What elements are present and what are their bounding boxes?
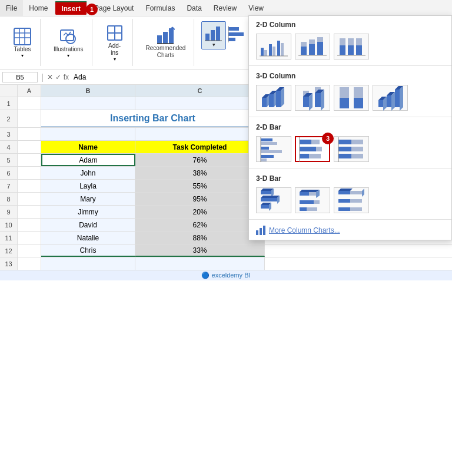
cell-c11-88[interactable]: 88% xyxy=(135,232,265,244)
cell-a5[interactable] xyxy=(18,154,41,166)
column-chart-button[interactable]: ▾ xyxy=(201,21,226,49)
menu-formulas[interactable]: Formulas xyxy=(139,0,181,16)
chart-col3d-clustered[interactable] xyxy=(256,85,291,111)
col-header-c[interactable]: C xyxy=(135,85,265,97)
cell-c1[interactable] xyxy=(135,97,265,110)
cell-a13[interactable] xyxy=(18,257,41,270)
cell-a8[interactable] xyxy=(18,193,41,205)
chart-col-clustered[interactable] xyxy=(256,34,291,60)
cell-b10-david[interactable]: David xyxy=(41,219,135,231)
cell-a10[interactable] xyxy=(18,219,41,231)
cell-c7-55[interactable]: 55% xyxy=(135,180,265,192)
function-icon[interactable]: fx xyxy=(64,73,69,81)
column-chart-label: ▾ xyxy=(212,42,215,48)
cell-a11[interactable] xyxy=(18,232,41,244)
cell-b4-name-header[interactable]: Name xyxy=(41,141,135,153)
more-column-charts-link[interactable]: More Column Charts... xyxy=(249,221,451,240)
cell-c13[interactable] xyxy=(135,257,265,270)
cell-b1[interactable] xyxy=(41,97,135,110)
svg-rect-91 xyxy=(261,155,274,158)
svg-rect-125 xyxy=(338,191,350,194)
cell-a7[interactable] xyxy=(18,180,41,192)
chart-bar-100[interactable] xyxy=(334,136,369,162)
cell-a3[interactable] xyxy=(18,128,41,140)
svg-rect-38 xyxy=(269,44,272,56)
svg-rect-47 xyxy=(317,42,323,55)
svg-rect-9 xyxy=(108,33,115,40)
cell-b2-title[interactable]: Inserting Bar Chart xyxy=(41,110,265,127)
section-separator-1 xyxy=(249,65,451,66)
tables-button[interactable]: Tables ▾ xyxy=(9,26,35,60)
cell-a1[interactable] xyxy=(18,97,41,110)
addins-arrow: ▾ xyxy=(114,57,116,62)
row-num-2: 2 xyxy=(0,110,18,127)
cell-a2[interactable] xyxy=(18,110,41,127)
chart-col3d[interactable] xyxy=(373,85,408,111)
row-num-9: 9 xyxy=(0,206,18,218)
cell-c9-20[interactable]: 20% xyxy=(135,206,265,218)
svg-rect-98 xyxy=(300,154,309,158)
chart-col-100[interactable] xyxy=(334,34,369,60)
menu-view[interactable]: View xyxy=(242,0,270,16)
cell-a4[interactable] xyxy=(18,141,41,153)
chart-col3d-100[interactable] xyxy=(334,85,369,111)
cell-c6-38[interactable]: 38% xyxy=(135,167,265,179)
svg-rect-44 xyxy=(301,42,307,47)
menu-home[interactable]: Home xyxy=(23,0,54,16)
chart-bar3d-stacked[interactable] xyxy=(295,187,330,213)
confirm-icon[interactable]: ✓ xyxy=(55,73,61,81)
cancel-icon[interactable]: ✕ xyxy=(47,73,53,81)
row-num-11: 11 xyxy=(0,232,18,244)
svg-rect-135 xyxy=(263,226,265,235)
cell-c5-76[interactable]: 76% xyxy=(135,154,265,166)
formula-icons: ✕ ✓ fx xyxy=(47,73,69,81)
bar-chart-button[interactable] xyxy=(226,25,248,46)
cell-b11-natalie[interactable]: Natalie xyxy=(41,232,135,244)
cell-c3[interactable] xyxy=(135,128,265,140)
cell-c8-95[interactable]: 95% xyxy=(135,193,265,205)
cell-reference[interactable] xyxy=(2,72,38,82)
cell-b13[interactable] xyxy=(41,257,135,270)
chart-type-dropdown: 2-D Column xyxy=(248,15,452,240)
cell-a9[interactable] xyxy=(18,206,41,218)
menu-review[interactable]: Review xyxy=(208,0,242,16)
svg-rect-36 xyxy=(261,48,264,56)
cell-a12[interactable] xyxy=(18,244,41,257)
col-header-a[interactable]: A xyxy=(18,85,41,97)
svg-marker-112 xyxy=(261,196,280,198)
cell-b9-jimmy[interactable]: Jimmy xyxy=(41,206,135,218)
svg-rect-57 xyxy=(262,98,267,107)
addins-button[interactable]: Add-ins ▾ xyxy=(102,22,128,63)
cell-b12-chris[interactable]: Chris xyxy=(41,244,135,257)
chart-bar3d-100[interactable] xyxy=(334,187,369,213)
svg-rect-121 xyxy=(300,200,314,204)
recommended-charts-button[interactable]: RecommendedCharts xyxy=(142,24,190,61)
svg-rect-54 xyxy=(356,45,362,55)
col-header-b[interactable]: B xyxy=(41,85,135,97)
cell-c10-62[interactable]: 62% xyxy=(135,219,265,231)
svg-rect-81 xyxy=(387,95,391,107)
tables-arrow: ▾ xyxy=(21,53,24,58)
menu-file[interactable]: File xyxy=(0,0,23,16)
cell-b5-adam[interactable]: Adam xyxy=(41,154,135,166)
chart-col-stacked[interactable] xyxy=(295,34,330,60)
cell-b3[interactable] xyxy=(41,128,135,140)
menu-data[interactable]: Data xyxy=(181,0,207,16)
cell-b8-mary[interactable]: Mary xyxy=(41,193,135,205)
cell-c12-33[interactable]: 33% xyxy=(135,244,265,257)
cell-b7-layla[interactable]: Layla xyxy=(41,180,135,192)
ribbon-group-recommended-charts: RecommendedCharts xyxy=(138,19,195,66)
cell-c4-task-header[interactable]: Task Completed xyxy=(135,141,265,153)
chart-bar-clustered[interactable] xyxy=(256,136,291,162)
more-column-charts-label: More Column Charts... xyxy=(269,226,340,234)
more-charts-icon xyxy=(256,226,265,235)
chart-bar3d-clustered[interactable] xyxy=(256,187,291,213)
cell-a6[interactable] xyxy=(18,167,41,179)
illustrations-button[interactable]: Illustrations ▾ xyxy=(50,26,87,60)
chart-bar-stacked[interactable]: 3 xyxy=(295,136,330,162)
svg-rect-11 xyxy=(157,35,162,44)
svg-rect-0 xyxy=(14,28,31,45)
chart-col3d-stacked[interactable] xyxy=(295,85,330,111)
menu-insert[interactable]: Insert xyxy=(55,1,87,15)
cell-b6-john[interactable]: John xyxy=(41,167,135,179)
